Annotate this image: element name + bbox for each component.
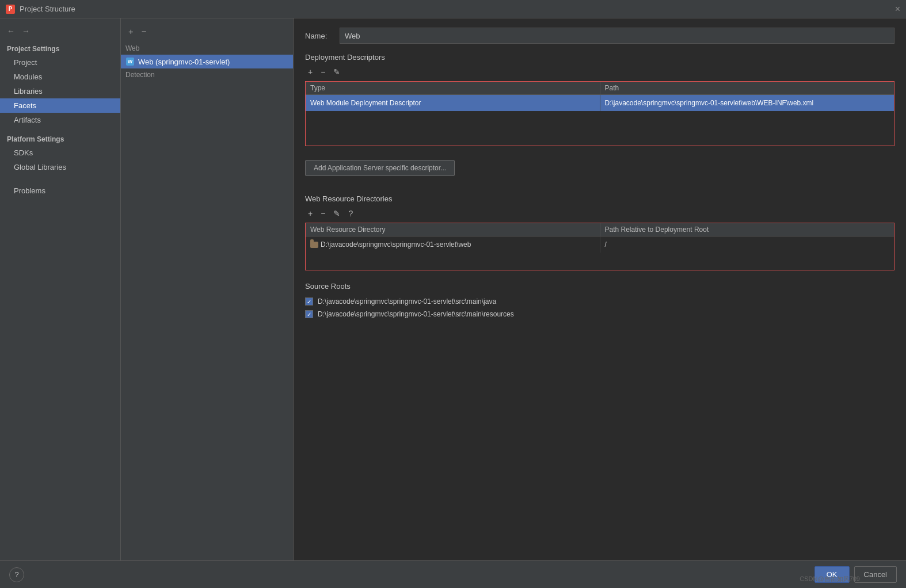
source-root-item-0: ✓ D:\javacode\springmvc\springmvc-01-ser… bbox=[305, 295, 894, 308]
watermark: CSDN@自由如风709 bbox=[800, 575, 860, 583]
source-root-checkbox-0[interactable]: ✓ bbox=[305, 297, 313, 306]
detection-label: Detection bbox=[121, 68, 293, 81]
sidebar-item-sdks[interactable]: SDKs bbox=[0, 146, 120, 160]
middle-panel: + − Web W Web (springmvc-01-servlet) Det… bbox=[121, 18, 294, 560]
app-icon: P bbox=[6, 5, 15, 14]
remove-descriptor-btn[interactable]: − bbox=[318, 66, 328, 78]
deployment-table-empty-area bbox=[306, 111, 894, 146]
add-web-resource-btn[interactable]: + bbox=[305, 208, 315, 219]
content-panel: Name: Deployment Descriptors + − ✎ Type … bbox=[294, 18, 906, 560]
name-row: Name: bbox=[305, 28, 894, 44]
sidebar: ← → Project Settings Project Modules Lib… bbox=[0, 18, 121, 560]
web-resource-section: Web Resource Directories + − ✎ ? Web Res… bbox=[305, 194, 894, 270]
name-label: Name: bbox=[305, 32, 334, 40]
source-root-path-0: D:\javacode\springmvc\springmvc-01-servl… bbox=[318, 297, 496, 306]
deployment-table-header: Type Path bbox=[306, 82, 894, 95]
deployment-toolbar: + − ✎ bbox=[305, 66, 894, 78]
sidebar-item-problems[interactable]: Problems bbox=[0, 184, 120, 198]
web-resource-header: Web Resource Directory Path Relative to … bbox=[306, 223, 894, 236]
sidebar-item-project[interactable]: Project bbox=[0, 55, 120, 70]
web-facet-label: Web (springmvc-01-servlet) bbox=[138, 58, 230, 66]
title-bar: P Project Structure × bbox=[0, 0, 906, 18]
web-resource-table: Web Resource Directory Path Relative to … bbox=[305, 223, 894, 270]
web-resource-dir-cell: D:\javacode\springmvc\springmvc-01-servl… bbox=[306, 236, 600, 253]
deployment-descriptors-table: Type Path Web Module Deployment Descript… bbox=[305, 81, 894, 146]
web-facet-icon: W bbox=[125, 57, 135, 66]
descriptor-path-cell: D:\javacode\springmvc\springmvc-01-servl… bbox=[600, 95, 894, 111]
path-header: Path bbox=[600, 82, 894, 94]
web-resource-row[interactable]: D:\javacode\springmvc\springmvc-01-servl… bbox=[306, 236, 894, 253]
platform-settings-header: Platform Settings bbox=[0, 132, 120, 146]
deployment-descriptors-title: Deployment Descriptors bbox=[305, 53, 894, 62]
web-resource-path-header: Path Relative to Deployment Root bbox=[600, 223, 894, 236]
source-root-checkbox-1[interactable]: ✓ bbox=[305, 310, 313, 318]
web-resource-relpath-cell: / bbox=[600, 236, 894, 253]
source-root-path-1: D:\javacode\springmvc\springmvc-01-servl… bbox=[318, 310, 514, 318]
descriptor-type-cell: Web Module Deployment Descriptor bbox=[306, 95, 600, 111]
add-app-server-descriptor-button[interactable]: Add Application Server specific descript… bbox=[305, 160, 455, 176]
source-roots-title: Source Roots bbox=[305, 282, 894, 291]
cancel-button[interactable]: Cancel bbox=[854, 566, 897, 583]
remove-web-resource-btn[interactable]: − bbox=[318, 208, 328, 219]
name-input[interactable] bbox=[340, 28, 894, 44]
web-resource-empty-area bbox=[306, 253, 894, 270]
deployment-descriptors-section: Deployment Descriptors + − ✎ Type Path W… bbox=[305, 53, 894, 183]
window-title: Project Structure bbox=[20, 5, 75, 13]
sidebar-item-modules[interactable]: Modules bbox=[0, 70, 120, 84]
project-settings-header: Project Settings bbox=[0, 41, 120, 55]
help-button[interactable]: ? bbox=[9, 567, 24, 582]
sidebar-item-libraries[interactable]: Libraries bbox=[0, 84, 120, 98]
web-section-label: Web bbox=[121, 42, 293, 55]
add-facet-button[interactable]: + bbox=[125, 25, 136, 37]
source-root-item-1: ✓ D:\javacode\springmvc\springmvc-01-ser… bbox=[305, 308, 894, 320]
edit-web-resource-btn[interactable]: ✎ bbox=[330, 208, 343, 219]
folder-icon bbox=[310, 242, 318, 248]
back-button[interactable]: ← bbox=[5, 25, 17, 37]
web-resource-dir-header: Web Resource Directory bbox=[306, 223, 600, 236]
type-header: Type bbox=[306, 82, 600, 94]
help-web-resource-btn[interactable]: ? bbox=[345, 208, 356, 219]
nav-controls: ← → bbox=[0, 23, 120, 41]
remove-facet-button[interactable]: − bbox=[139, 25, 150, 37]
web-resource-title: Web Resource Directories bbox=[305, 194, 894, 203]
sidebar-item-facets[interactable]: Facets bbox=[0, 98, 120, 113]
close-button[interactable]: × bbox=[895, 5, 900, 14]
main-layout: ← → Project Settings Project Modules Lib… bbox=[0, 18, 906, 560]
table-row[interactable]: Web Module Deployment Descriptor D:\java… bbox=[306, 95, 894, 111]
web-facet-item[interactable]: W Web (springmvc-01-servlet) bbox=[121, 55, 293, 68]
forward-button[interactable]: → bbox=[20, 25, 32, 37]
edit-descriptor-btn[interactable]: ✎ bbox=[330, 66, 343, 78]
web-resource-toolbar: + − ✎ ? bbox=[305, 208, 894, 219]
sidebar-item-artifacts[interactable]: Artifacts bbox=[0, 113, 120, 127]
middle-toolbar: + − bbox=[121, 23, 293, 42]
title-bar-left: P Project Structure bbox=[6, 5, 75, 14]
add-descriptor-btn[interactable]: + bbox=[305, 66, 315, 78]
sidebar-item-global-libraries[interactable]: Global Libraries bbox=[0, 160, 120, 174]
source-roots-section: Source Roots ✓ D:\javacode\springmvc\spr… bbox=[305, 282, 894, 320]
bottom-bar: ? OK Cancel bbox=[0, 560, 906, 588]
